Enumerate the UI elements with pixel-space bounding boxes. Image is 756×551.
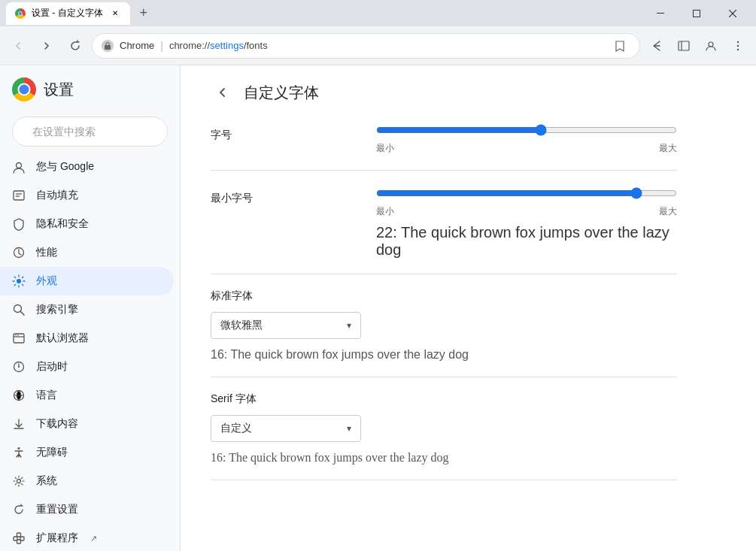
min-font-preview-row: 22: The quick brown fox jumps over the l… [211,218,677,274]
sidebar-item-browser[interactable]: 默认浏览器 [0,324,174,353]
svg-point-30 [18,447,20,450]
settings-search-input[interactable] [32,126,164,138]
system-icon [12,474,26,488]
svg-point-27 [18,366,20,368]
sidebar-item-you-google-label: 您与 Google [36,160,94,174]
sidebar-header: 设置 [0,65,180,111]
url-bar[interactable]: Chrome | chrome://settings/fonts [92,33,640,59]
close-button[interactable] [715,2,750,26]
svg-rect-5 [679,41,689,50]
sidebar-item-accessibility-label: 无障碍 [36,446,68,459]
new-tab-button[interactable]: + [133,3,154,24]
standard-font-label: 标准字体 [211,289,677,303]
menu-button[interactable] [726,34,750,58]
back-header: 自定义字体 [211,80,677,104]
title-bar: 设置 - 自定义字体 ✕ + [0,0,756,26]
language-icon [12,389,26,402]
sidebar-item-privacy[interactable]: 隐私和安全 [0,210,174,238]
active-tab[interactable]: 设置 - 自定义字体 ✕ [6,2,130,25]
reset-icon [12,503,26,516]
url-path: chrome://settings/fonts [169,40,268,51]
settings-search-container [0,111,180,153]
tab-close-button[interactable]: ✕ [109,8,121,20]
sidebar-item-download[interactable]: 下载内容 [0,410,174,438]
svg-rect-4 [105,45,111,50]
tab-strip: 设置 - 自定义字体 ✕ + [6,2,154,25]
address-bar-actions [645,34,750,58]
svg-point-10 [737,48,739,50]
download-icon [12,417,26,431]
sidebar-item-appearance-label: 外观 [36,274,57,288]
font-size-slider-wrapper: 最小 最大 [376,123,677,155]
extensions-icon [12,531,26,545]
font-size-slider[interactable] [376,123,677,138]
min-font-preview: 22: The quick brown fox jumps over the l… [376,224,677,259]
chevron-down-icon-2: ▾ [347,423,351,434]
google-chrome-icon [12,77,36,101]
serif-font-dropdown[interactable]: 自定义 ▾ [211,415,361,442]
browser-icon [12,332,26,345]
page-title: 自定义字体 [244,83,319,103]
performance-icon [12,246,26,259]
standard-font-preview: 16: The quick brown fox jumps over the l… [211,348,677,362]
svg-point-9 [737,44,739,46]
svg-rect-34 [17,533,21,537]
svg-line-20 [21,312,25,316]
profile-button[interactable] [699,34,723,58]
font-size-max-label: 最大 [659,142,677,155]
svg-rect-14 [14,191,24,200]
standard-font-dropdown[interactable]: 微软雅黑 ▾ [211,312,361,339]
svg-point-18 [17,279,21,283]
sidebar-item-performance[interactable]: 性能 [0,238,174,267]
sidebar-item-language[interactable]: 语言 [0,381,174,410]
font-size-labels: 最小 最大 [376,142,677,155]
sidebar-item-reset[interactable]: 重置设置 [0,495,174,524]
forward-button[interactable] [35,34,59,58]
sidebar-nav: 您与 Google 自动填充 隐私和安全 性能 [0,153,180,551]
font-size-label: 字号 [211,123,361,142]
address-bar: Chrome | chrome://settings/fonts [0,26,756,65]
sidebar-title: 设置 [44,80,74,100]
settings-search-box[interactable] [12,117,168,147]
sidebar-item-you-google[interactable]: 您与 Google [0,153,174,181]
serif-font-section: Serif 字体 自定义 ▾ 16: The quick brown fox j… [211,392,677,480]
minimize-button[interactable] [643,2,678,26]
chevron-down-icon: ▾ [347,320,351,331]
min-font-size-slider[interactable] [376,186,677,201]
bookmark-button[interactable] [609,35,630,56]
svg-point-31 [17,480,21,483]
serif-font-label: Serif 字体 [211,392,677,406]
standard-font-value: 微软雅黑 [220,319,263,332]
autofill-icon [12,189,26,202]
sidebar-item-system[interactable]: 系统 [0,467,174,495]
sidebar-button[interactable] [672,34,696,58]
svg-point-13 [17,163,22,168]
back-button[interactable] [6,34,30,58]
standard-font-section: 标准字体 微软雅黑 ▾ 16: The quick brown fox jump… [211,289,677,377]
sidebar-item-accessibility[interactable]: 无障碍 [0,438,174,467]
sidebar-item-startup[interactable]: 启动时 [0,353,174,381]
sidebar-item-extensions-label: 扩展程序 [36,531,78,545]
tab-favicon [15,8,26,19]
share-button[interactable] [645,34,669,58]
security-icon [102,40,114,52]
content-area: 自定义字体 字号 最小 最大 最小字号 最小 [181,65,756,551]
sidebar-item-autofill[interactable]: 自动填充 [0,181,174,210]
sidebar-item-startup-label: 启动时 [36,360,68,374]
sidebar-item-extensions[interactable]: 扩展程序 ↗ [0,524,174,551]
reload-button[interactable] [63,34,87,58]
maximize-button[interactable] [679,2,714,26]
sidebar-item-appearance[interactable]: 外观 [0,267,174,295]
external-link-icon: ↗ [90,534,97,543]
min-font-size-max-label: 最大 [659,205,677,218]
svg-rect-1 [694,10,700,17]
sidebar-item-reset-label: 重置设置 [36,503,78,516]
font-size-section: 字号 最小 最大 [211,123,677,171]
sidebar-item-search[interactable]: 搜索引擎 [0,295,174,324]
svg-point-7 [709,42,713,47]
back-button[interactable] [211,80,235,104]
svg-rect-21 [14,334,24,343]
main-layout: 设置 您与 Google 自动填充 [0,65,756,551]
sidebar-item-privacy-label: 隐私和安全 [36,217,89,231]
url-bar-icons [609,35,630,56]
